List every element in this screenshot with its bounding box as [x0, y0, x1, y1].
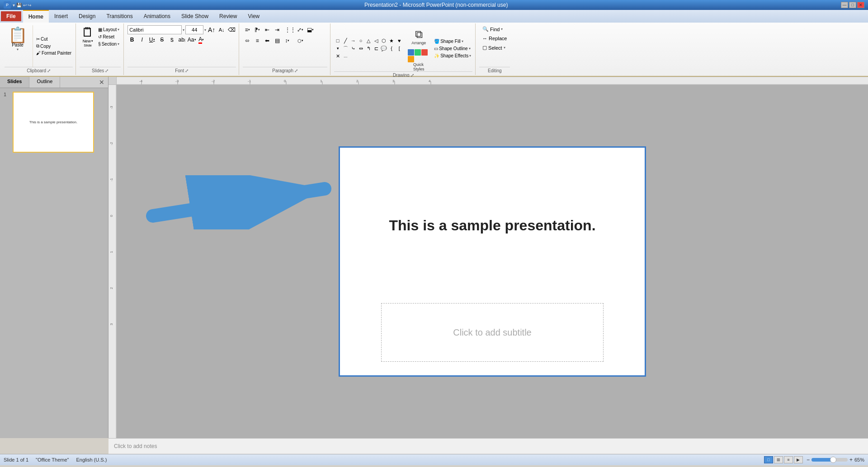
- normal-view-btn[interactable]: □: [764, 456, 773, 463]
- inc-indent-btn[interactable]: ⇥: [273, 25, 282, 34]
- shape-brace-btn[interactable]: {: [388, 45, 395, 52]
- text-dir-arrow[interactable]: ▾: [302, 28, 303, 32]
- tab-design[interactable]: Design: [73, 10, 101, 23]
- slide-sorter-btn[interactable]: ⊞: [774, 456, 783, 463]
- zoom-slider[interactable]: [811, 458, 848, 462]
- work-area[interactable]: This is a sample presentation. Click to …: [117, 85, 868, 438]
- shape-x-btn[interactable]: ✕: [334, 52, 341, 60]
- shape-rect-btn[interactable]: □: [334, 37, 341, 44]
- font-color-btn[interactable]: A ▾: [197, 36, 205, 44]
- clear-formatting-btn[interactable]: ⌫: [227, 25, 236, 34]
- tab-transitions[interactable]: Transitions: [101, 10, 138, 23]
- text-direction-btn[interactable]: ⤢▾: [296, 25, 305, 34]
- shape-more2-btn[interactable]: …: [342, 52, 349, 60]
- reset-button[interactable]: ↺ Reset: [97, 34, 121, 40]
- zoom-in-btn[interactable]: +: [849, 457, 853, 463]
- tab-view[interactable]: View: [242, 10, 265, 23]
- bullets-btn[interactable]: ≡▾: [243, 25, 252, 34]
- section-button[interactable]: § Section ▾: [97, 41, 121, 47]
- font-size-decrease-btn[interactable]: A↓: [217, 25, 226, 34]
- notes-area[interactable]: Click to add notes: [108, 438, 868, 454]
- shape-dblarrow-btn[interactable]: ⇔: [357, 45, 364, 52]
- minimize-btn[interactable]: —: [841, 2, 848, 8]
- font-size-input[interactable]: [185, 25, 203, 34]
- shape-bend-btn[interactable]: ⤷: [349, 45, 357, 52]
- font-expand[interactable]: ⤢: [185, 68, 189, 73]
- replace-button[interactable]: ↔ Replace: [481, 35, 509, 42]
- convert-smartart-btn[interactable]: ⬡▾: [296, 36, 305, 45]
- bullets-arrow[interactable]: ▾: [248, 28, 250, 32]
- font-name-arrow[interactable]: ▾: [183, 28, 184, 32]
- shape-bracket-btn[interactable]: [: [396, 45, 403, 52]
- close-btn[interactable]: ✕: [857, 2, 864, 8]
- slides-expand[interactable]: ⤢: [105, 68, 108, 73]
- change-case-btn[interactable]: Aa▾: [187, 35, 196, 44]
- slideshow-btn[interactable]: ▶: [794, 456, 803, 463]
- underline-arrow[interactable]: ▾: [153, 38, 155, 42]
- shape-curve-btn[interactable]: ⌒: [342, 45, 349, 52]
- find-button[interactable]: 🔍 Find ▾: [481, 25, 505, 33]
- shape-callout-btn[interactable]: 💬: [380, 45, 387, 52]
- line-spacing-arrow[interactable]: ▾: [288, 39, 289, 42]
- align-right-btn[interactable]: ⬅: [263, 36, 272, 45]
- shape-fill-arrow[interactable]: ▾: [462, 39, 463, 43]
- copy-button[interactable]: ⧉ Copy: [35, 43, 73, 49]
- font-size-increase-btn[interactable]: A↑: [207, 25, 216, 34]
- tab-insert[interactable]: Insert: [49, 10, 73, 23]
- shape-effects-btn[interactable]: ✨ Shape Effects ▾: [433, 53, 472, 59]
- font-size-arrow[interactable]: ▾: [204, 28, 206, 32]
- cut-button[interactable]: ✂ Cut: [35, 36, 73, 42]
- shape-oval-btn[interactable]: ○: [357, 37, 364, 44]
- align-left-btn[interactable]: ⬄: [243, 36, 252, 45]
- underline-button[interactable]: U▾: [147, 35, 156, 44]
- new-slide-button[interactable]: 🗒 New ▾ Slide: [80, 25, 96, 48]
- zoom-level[interactable]: 65%: [854, 457, 864, 462]
- italic-button[interactable]: I: [137, 35, 146, 44]
- find-arrow[interactable]: ▾: [501, 27, 503, 31]
- strikethrough-button[interactable]: S: [157, 35, 166, 44]
- align-center-btn[interactable]: ≡: [253, 36, 262, 45]
- line-spacing-btn[interactable]: ↕▾: [283, 36, 292, 45]
- quick-styles-button[interactable]: QuickStyles: [407, 49, 430, 71]
- zoom-out-btn[interactable]: −: [807, 457, 810, 463]
- format-painter-button[interactable]: 🖌 Format Painter: [35, 50, 73, 56]
- shape-bend2-btn[interactable]: ↰: [365, 45, 372, 52]
- slide-canvas[interactable]: This is a sample presentation. Click to …: [339, 146, 646, 377]
- font-color-arrow[interactable]: ▾: [202, 38, 204, 42]
- text-columns-btn[interactable]: ⋮⋮: [286, 25, 295, 34]
- slide-title-text[interactable]: This is a sample presentation.: [340, 148, 645, 303]
- shape-notch-btn[interactable]: ⊏: [373, 45, 380, 52]
- para-expand[interactable]: ⤢: [294, 68, 298, 73]
- shape-hex-btn[interactable]: ⬡: [380, 37, 387, 44]
- align-text-arrow[interactable]: ▾: [312, 28, 314, 32]
- shape-more-btn[interactable]: ▾: [334, 45, 341, 52]
- slides-tab-outline[interactable]: Outline: [29, 77, 60, 88]
- slides-tab-slides[interactable]: Slides: [0, 77, 29, 88]
- slide-subtitle-placeholder[interactable]: Click to add subtitle: [381, 303, 604, 362]
- dec-indent-btn[interactable]: ⇤: [263, 25, 272, 34]
- clipboard-expand[interactable]: ⤢: [47, 68, 51, 73]
- shape-arrow-btn[interactable]: →: [349, 37, 357, 44]
- tab-slideshow[interactable]: Slide Show: [176, 10, 214, 23]
- arrange-button[interactable]: ⧉ Arrange: [407, 25, 430, 48]
- paste-button[interactable]: 📋 Paste ▾: [5, 25, 31, 53]
- shape-heart-btn[interactable]: ♥: [396, 37, 403, 44]
- slide-thumbnail[interactable]: This is a sample presentation.: [13, 92, 94, 153]
- char-spacing-btn[interactable]: ab|: [177, 35, 186, 44]
- shape-tri-btn[interactable]: △: [365, 37, 372, 44]
- numbering-btn[interactable]: ⁋▾: [253, 25, 262, 34]
- bold-button[interactable]: B: [127, 35, 137, 44]
- shape-rtri-btn[interactable]: ◁: [373, 37, 380, 44]
- shape-fill-btn[interactable]: 🪣 Shape Fill ▾: [433, 38, 472, 44]
- select-arrow[interactable]: ▾: [504, 46, 505, 50]
- smartart-arrow[interactable]: ▾: [302, 39, 303, 42]
- shape-outline-btn[interactable]: ▭ Shape Outline ▾: [433, 46, 472, 51]
- slide-item[interactable]: 1 This is a sample presentation.: [4, 92, 104, 153]
- tab-home[interactable]: Home: [23, 10, 49, 23]
- align-text-btn[interactable]: ⬓▾: [306, 25, 315, 34]
- maximize-btn[interactable]: □: [849, 2, 856, 8]
- slides-panel-close[interactable]: ✕: [95, 77, 108, 88]
- zoom-thumb[interactable]: [830, 457, 836, 463]
- layout-button[interactable]: ▦ Layout ▾: [97, 27, 121, 33]
- justify-btn[interactable]: ▤: [273, 36, 282, 45]
